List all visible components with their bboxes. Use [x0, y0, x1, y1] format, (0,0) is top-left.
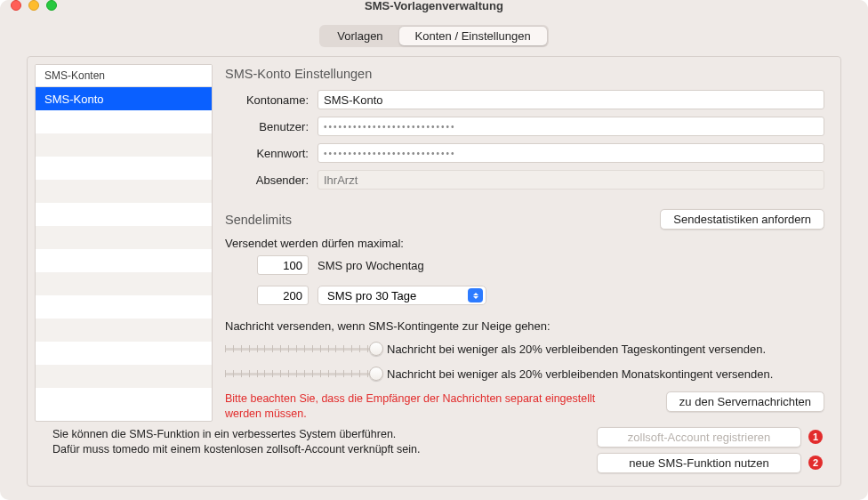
row-kennwort: Kennwort:	[225, 143, 824, 163]
limit-per-day-label: SMS pro Wochentag	[317, 259, 424, 272]
row-kontoname: Kontoname:	[225, 90, 824, 109]
traffic-lights	[11, 0, 57, 11]
minimize-icon[interactable]	[28, 0, 39, 11]
footer-row-register: zollsoft-Account registrieren 1	[597, 427, 823, 448]
close-icon[interactable]	[11, 0, 21, 11]
slider-month-row: Nachricht bei weniger als 20% verbleiben…	[225, 365, 824, 383]
badge-2: 2	[808, 456, 823, 470]
sidebar-item-empty[interactable]	[36, 342, 212, 365]
label-benutzer: Benutzer:	[225, 120, 317, 133]
label-kennwort: Kennwort:	[225, 147, 317, 160]
sidebar-item-empty[interactable]	[36, 319, 212, 342]
footer-buttons: zollsoft-Account registrieren 1 neue SMS…	[597, 427, 823, 473]
main-columns: SMS-Konten SMS-Konto SMS-Konto Ei	[35, 64, 824, 422]
footer-row-use-new: neue SMS-Funktion nutzen 2	[597, 453, 823, 473]
label-kontoname: Kontoname:	[225, 93, 317, 107]
notify-intro: Nachricht versenden, wenn SMS-Kontingent…	[225, 319, 824, 333]
sidebar-item-empty[interactable]	[36, 133, 212, 157]
window: SMS-Vorlagenverwaltung Vorlagen Konten /…	[0, 0, 868, 500]
zoom-icon[interactable]	[46, 0, 57, 11]
account-section-title: SMS-Konto Einstellungen	[225, 67, 824, 81]
sidebar-item-empty[interactable]	[36, 180, 212, 203]
slider-month[interactable]	[225, 365, 376, 383]
slider-ticks	[225, 340, 376, 358]
slider-ticks	[225, 365, 376, 383]
limit-per-period-input[interactable]	[257, 286, 309, 305]
warning-row: Bitte beachten Sie, dass die Empfänger d…	[225, 391, 824, 422]
slider-day[interactable]	[225, 340, 376, 358]
input-benutzer[interactable]	[317, 117, 824, 136]
row-absender: Absender:	[225, 170, 824, 190]
footer-text: Sie können die SMS-Funktion in ein verbe…	[52, 427, 420, 458]
tab-vorlagen[interactable]: Vorlagen	[321, 27, 398, 45]
sidebar-item-empty[interactable]	[36, 110, 212, 133]
request-stats-button[interactable]: Sendestatistiken anfordern	[660, 209, 824, 230]
sidebar-item-sms-konto[interactable]: SMS-Konto	[36, 87, 212, 110]
footer-area: Sie können die SMS-Funktion in ein verbe…	[35, 422, 824, 473]
row-benutzer: Benutzer:	[225, 117, 824, 136]
segmented-control: Vorlagen Konten / Einstellungen	[319, 25, 548, 47]
slider-day-row: Nachricht bei weniger als 20% verbleiben…	[225, 340, 824, 358]
tabs-row: Vorlagen Konten / Einstellungen	[0, 11, 868, 56]
window-title: SMS-Vorlagenverwaltung	[0, 0, 868, 12]
notify-day-text: Nachricht bei weniger als 20% verbleiben…	[387, 343, 766, 356]
sidebar-item-empty[interactable]	[36, 249, 212, 272]
footer-line1: Sie können die SMS-Funktion in ein verbe…	[52, 428, 396, 440]
footer-line2: Dafür muss tomedo mit einem kostenlosen …	[52, 443, 420, 456]
right-pane: SMS-Konto Einstellungen Kontoname: Benut…	[225, 64, 824, 422]
notify-month-text: Nachricht bei weniger als 20% verbleiben…	[387, 367, 773, 381]
limits-header: Sendelimits Sendestatistiken anfordern	[225, 209, 824, 230]
limit-per-day-input[interactable]	[257, 255, 309, 275]
input-kennwort[interactable]	[317, 143, 824, 163]
limit-period-select[interactable]: SMS pro 30 Tage	[317, 286, 486, 305]
slider-thumb[interactable]	[369, 342, 383, 356]
tab-konten[interactable]: Konten / Einstellungen	[399, 27, 547, 45]
sidebar-item-empty[interactable]	[36, 295, 212, 319]
register-account-button[interactable]: zollsoft-Account registrieren	[597, 427, 801, 448]
sidebar-item-empty[interactable]	[36, 272, 212, 295]
badge-1: 1	[808, 430, 823, 444]
sidebar-item-empty[interactable]	[36, 157, 212, 180]
limit-period-select-value: SMS pro 30 Tage	[327, 289, 416, 302]
input-kontoname[interactable]	[317, 90, 824, 109]
sidebar-item-label: SMS-Konto	[44, 93, 103, 106]
input-absender[interactable]	[317, 170, 824, 190]
limit-per-period: SMS pro 30 Tage	[257, 286, 824, 305]
titlebar: SMS-Vorlagenverwaltung	[0, 0, 868, 11]
sidebar: SMS-Konten SMS-Konto	[35, 64, 213, 422]
label-absender: Absender:	[225, 173, 317, 187]
sidebar-header: SMS-Konten	[36, 65, 212, 87]
limit-per-day: SMS pro Wochentag	[257, 255, 824, 275]
use-new-sms-button[interactable]: neue SMS-Funktion nutzen	[597, 453, 801, 473]
chevron-updown-icon	[468, 288, 483, 302]
slider-thumb[interactable]	[369, 367, 383, 381]
content-frame: SMS-Konten SMS-Konto SMS-Konto Ei	[27, 56, 841, 487]
sidebar-item-empty[interactable]	[36, 203, 212, 226]
limits-section-title: Sendelimits	[225, 213, 292, 227]
limits-intro: Versendet werden dürfen maximal:	[225, 237, 824, 250]
warning-text: Bitte beachten Sie, dass die Empfänger d…	[225, 391, 634, 422]
sidebar-item-empty[interactable]	[36, 226, 212, 249]
server-messages-button[interactable]: zu den Servernachrichten	[666, 391, 824, 412]
sidebar-item-empty[interactable]	[36, 365, 212, 388]
